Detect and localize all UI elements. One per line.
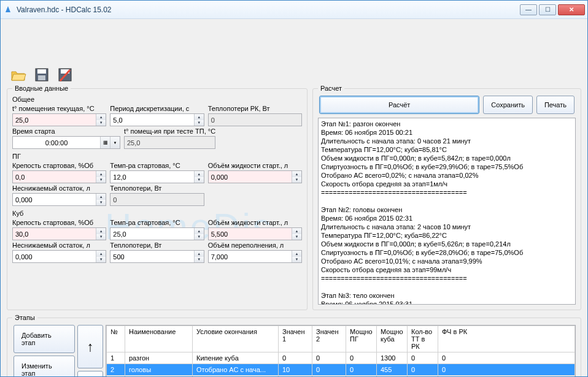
col-n[interactable]: №	[107, 326, 125, 352]
heatloss-rk-value: 0	[208, 113, 302, 126]
spin-down-icon[interactable]: ▼	[195, 120, 204, 126]
col-v1[interactable]: Значен 1	[279, 326, 312, 352]
spin-up-icon[interactable]: ▲	[195, 251, 204, 257]
table-cell[interactable]: 0	[346, 376, 377, 377]
table-cell[interactable]: 1	[107, 352, 125, 364]
add-stage-button[interactable]: Добавить этап	[14, 325, 75, 353]
table-cell[interactable]: разгон	[125, 352, 193, 364]
svg-rect-2	[38, 75, 45, 80]
spin-down-icon[interactable]: ▼	[195, 234, 204, 240]
spin-up-icon[interactable]: ▲	[96, 114, 106, 120]
kub-strength-label: Крепость стартовая, %Об	[12, 219, 106, 226]
close-button[interactable]: ✕	[558, 4, 585, 15]
stages-table[interactable]: № Наименование Условие окончания Значен …	[106, 326, 575, 376]
table-cell[interactable]: 0	[312, 376, 346, 377]
pg-strength-input[interactable]: ▲▼	[12, 170, 106, 183]
calc-button[interactable]: Расчёт	[319, 96, 479, 114]
table-cell[interactable]: 0	[346, 352, 377, 364]
spin-down-icon[interactable]: ▼	[96, 177, 106, 183]
spin-up-icon[interactable]: ▲	[96, 194, 106, 200]
save-button[interactable]	[31, 66, 52, 84]
table-cell[interactable]: Температура куба	[193, 376, 279, 377]
spin-up-icon[interactable]: ▲	[195, 114, 204, 120]
room-temp-input[interactable]: ▲▼	[12, 113, 106, 126]
col-fc[interactable]: ФЧ в РК	[438, 326, 575, 352]
spin-up-icon[interactable]: ▲	[96, 251, 106, 257]
table-cell[interactable]: 0	[408, 352, 438, 364]
spin-up-icon[interactable]: ▲	[195, 228, 204, 234]
move-down-button[interactable]: ↓	[77, 371, 103, 376]
table-row[interactable]: 2головыОтобрано АС с нача...100045500	[107, 364, 575, 376]
table-cell[interactable]: 92,71	[279, 376, 312, 377]
col-tt[interactable]: Кол-во ТТ в РК	[408, 326, 438, 352]
calc-log[interactable]: Этап №1: разгон окончен Время: 06 ноября…	[318, 118, 576, 305]
calc-group: Расчет Расчёт Сохранить Печать Этап №1: …	[312, 85, 581, 310]
open-button[interactable]	[8, 66, 29, 84]
spin-up-icon[interactable]: ▲	[195, 171, 204, 177]
table-cell[interactable]: головы	[125, 364, 193, 376]
table-cell[interactable]: Отобрано АС с нача...	[193, 364, 279, 376]
discr-period-input[interactable]: ▲▼	[110, 113, 204, 126]
table-cell[interactable]: 0	[408, 376, 438, 377]
table-row[interactable]: 3телоТемпература куба92,7100130000	[107, 376, 575, 377]
kub-overflow-input[interactable]: ▲▼	[208, 250, 302, 263]
spin-down-icon[interactable]: ▼	[292, 257, 301, 263]
spin-up-icon[interactable]: ▲	[292, 228, 301, 234]
table-cell[interactable]: тело	[125, 376, 193, 377]
table-cell[interactable]: 1300	[377, 376, 408, 377]
table-cell[interactable]: 0	[279, 352, 312, 364]
col-cond[interactable]: Условие окончания	[193, 326, 279, 352]
col-pkub[interactable]: Мощно куба	[377, 326, 408, 352]
col-ppg[interactable]: Мощно ПГ	[346, 326, 377, 352]
table-cell[interactable]: 0	[438, 376, 575, 377]
table-cell[interactable]: 0	[312, 364, 346, 376]
table-cell[interactable]: 10	[279, 364, 312, 376]
maximize-button[interactable]: ☐	[539, 4, 556, 15]
kub-heatloss-input[interactable]: ▲▼	[110, 250, 204, 263]
spin-down-icon[interactable]: ▼	[96, 257, 106, 263]
col-v2[interactable]: Значен 2	[312, 326, 346, 352]
table-cell[interactable]: 0	[438, 352, 575, 364]
edit-stage-button[interactable]: Изменить этап	[14, 356, 75, 376]
table-cell[interactable]: 1300	[377, 352, 408, 364]
spin-down-icon[interactable]: ▼	[292, 234, 301, 240]
spin-up-icon[interactable]: ▲	[96, 228, 106, 234]
save-calc-button[interactable]: Сохранить	[483, 96, 533, 114]
dropdown-icon[interactable]: ▼	[110, 137, 120, 148]
col-name[interactable]: Наименование	[125, 326, 193, 352]
spin-down-icon[interactable]: ▼	[96, 200, 106, 206]
app-icon	[3, 5, 13, 15]
kub-volume-input[interactable]: ▲▼	[208, 227, 302, 240]
move-up-button[interactable]: ↑	[77, 325, 103, 368]
start-time-label: Время старта	[12, 128, 120, 135]
spin-up-icon[interactable]: ▲	[96, 171, 106, 177]
pg-volume-input[interactable]: ▲▼	[208, 170, 302, 183]
print-button[interactable]: Печать	[536, 96, 574, 114]
pg-residue-input[interactable]: ▲▼	[12, 193, 106, 206]
room-temp-test-label: t° помещ-ия при тесте ТП, °C	[124, 128, 215, 135]
calendar-icon[interactable]: ▦	[100, 137, 110, 148]
spin-down-icon[interactable]: ▼	[96, 234, 106, 240]
spin-down-icon[interactable]: ▼	[195, 257, 204, 263]
spin-down-icon[interactable]: ▼	[292, 177, 301, 183]
table-row[interactable]: 1разгонКипение куба000130000	[107, 352, 575, 364]
table-cell[interactable]: 0	[438, 364, 575, 376]
spin-up-icon[interactable]: ▲	[292, 171, 301, 177]
table-cell[interactable]: 455	[377, 364, 408, 376]
spin-up-icon[interactable]: ▲	[292, 251, 301, 257]
spin-down-icon[interactable]: ▼	[195, 177, 204, 183]
table-cell[interactable]: 2	[107, 364, 125, 376]
kub-residue-input[interactable]: ▲▼	[12, 250, 106, 263]
start-time-input[interactable]: ▦▼	[12, 136, 120, 149]
table-cell[interactable]: 0	[346, 364, 377, 376]
kub-strength-input[interactable]: ▲▼	[12, 227, 106, 240]
table-cell[interactable]: 0	[408, 364, 438, 376]
table-cell[interactable]: 0	[312, 352, 346, 364]
table-cell[interactable]: Кипение куба	[193, 352, 279, 364]
spin-down-icon[interactable]: ▼	[96, 120, 106, 126]
settings-button[interactable]	[55, 66, 75, 84]
kub-temp-input[interactable]: ▲▼	[110, 227, 204, 240]
pg-temp-input[interactable]: ▲▼	[110, 170, 204, 183]
table-cell[interactable]: 3	[107, 376, 125, 377]
minimize-button[interactable]: —	[520, 4, 537, 15]
